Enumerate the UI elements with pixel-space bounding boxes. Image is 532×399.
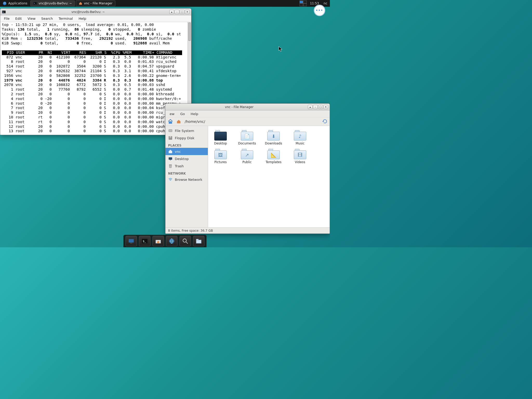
applications-menu[interactable]: Applications xyxy=(0,0,30,7)
svg-rect-10 xyxy=(170,136,171,138)
folder-downloads[interactable]: ⬇Downloads xyxy=(264,130,283,145)
path-entry[interactable]: /home/vnc/ xyxy=(184,119,321,124)
folder-label: Public xyxy=(242,160,252,164)
taskbar-filemanager-label: vnc - File Manager xyxy=(84,2,112,5)
fm-window-up-button[interactable]: ▴ xyxy=(308,105,312,109)
svg-rect-7 xyxy=(169,121,172,124)
window-maximize-button[interactable]: ▢ xyxy=(180,10,184,14)
fm-window-minimize-button[interactable]: – xyxy=(313,105,318,109)
folder-label: Templates xyxy=(265,160,281,164)
filemanager-title: vnc - File Manager xyxy=(171,105,307,109)
folder-icon xyxy=(214,130,227,141)
folder-videos[interactable]: 🎞Videos xyxy=(290,149,310,164)
dock: $_ xyxy=(123,235,207,247)
floppy-icon xyxy=(168,136,173,140)
fm-menu-help[interactable]: Help xyxy=(188,111,201,117)
terminal-titlebar[interactable]: $_ vnc@ruvds-8w0vu: ~ ▴ – ▢ ✕ xyxy=(0,9,191,15)
dock-terminal[interactable]: $_ xyxy=(139,236,150,246)
desktop-icon xyxy=(128,238,135,244)
folder-label: Videos xyxy=(295,160,305,164)
window-minimize-button[interactable]: – xyxy=(175,10,179,14)
svg-point-20 xyxy=(183,239,186,242)
svg-text:$_: $_ xyxy=(34,3,36,4)
nav-home-button[interactable] xyxy=(167,118,174,125)
filemanager-toolbar: /home/vnc/ xyxy=(165,117,330,126)
folder-icon: 🎞 xyxy=(294,149,306,159)
svg-rect-15 xyxy=(130,243,132,243)
svg-text:$_: $_ xyxy=(143,240,146,243)
filemanager-iconview[interactable]: Desktop📄Documents⬇Downloads♪Music🖼Pictur… xyxy=(208,126,330,227)
menu-terminal[interactable]: Terminal xyxy=(56,16,75,21)
dock-filemanager[interactable] xyxy=(152,236,164,246)
dock-show-desktop[interactable] xyxy=(125,236,137,246)
folder-icon: ♪ xyxy=(294,130,306,141)
reload-button[interactable] xyxy=(322,119,328,124)
workspace-pager[interactable] xyxy=(300,1,307,6)
dock-web[interactable] xyxy=(166,236,177,246)
home-icon xyxy=(176,119,181,124)
top-panel: Applications $_ vnc@ruvds-8w0vu: ~ vnc -… xyxy=(0,0,330,7)
folder-desktop[interactable]: Desktop xyxy=(211,130,230,145)
terminal-output[interactable]: top - 11:53:21 up 27 min, 0 users, load … xyxy=(0,22,191,135)
folder-icon: 📄 xyxy=(241,130,253,141)
fm-window-close-button[interactable]: ✕ xyxy=(323,105,328,109)
fm-menu-go[interactable]: Go xyxy=(178,111,188,117)
svg-rect-13 xyxy=(169,164,172,165)
filemanager-sidebar: File System Floppy Disk PLACES vnc Deskt… xyxy=(165,126,208,227)
svg-point-1 xyxy=(4,3,5,3)
terminal-icon: $_ xyxy=(2,10,6,14)
fm-window-maximize-button[interactable]: ▢ xyxy=(318,105,323,109)
svg-rect-12 xyxy=(170,160,171,161)
sidebar-desktop[interactable]: Desktop xyxy=(165,155,208,162)
folder-home-icon xyxy=(155,238,162,244)
mouse-cursor xyxy=(278,46,283,52)
sidebar-section-network: NETWORK xyxy=(165,170,208,176)
folder-icon: ↗ xyxy=(241,149,253,159)
sidebar-filesystem[interactable]: File System xyxy=(165,127,208,134)
sidebar-browse-network[interactable]: Browse Network xyxy=(165,176,208,183)
dock-search[interactable] xyxy=(179,236,191,246)
folder-templates[interactable]: 📐Templates xyxy=(264,149,283,164)
folder-music[interactable]: ♪Music xyxy=(290,130,310,145)
folder-icon: 🖼 xyxy=(214,149,227,159)
menu-help[interactable]: Help xyxy=(76,16,89,21)
folder-label: Documents xyxy=(238,142,256,145)
panel-user[interactable]: nc xyxy=(321,2,330,5)
globe-icon xyxy=(168,238,175,244)
fm-menu-view[interactable]: ew xyxy=(167,111,177,117)
window-up-button[interactable]: ▴ xyxy=(169,10,174,14)
folder-documents[interactable]: 📄Documents xyxy=(237,130,257,145)
home-icon xyxy=(168,119,173,124)
sidebar-trash[interactable]: Trash xyxy=(165,162,208,170)
path-home-icon[interactable] xyxy=(175,118,182,125)
folder-pictures[interactable]: 🖼Pictures xyxy=(211,149,230,164)
svg-rect-14 xyxy=(129,239,134,242)
svg-rect-11 xyxy=(169,157,172,160)
actions-badge[interactable]: ••• xyxy=(314,5,325,16)
menu-file[interactable]: File xyxy=(1,16,12,21)
menu-search[interactable]: Search xyxy=(39,16,56,21)
home-icon xyxy=(168,149,173,154)
sidebar-floppy[interactable]: Floppy Disk xyxy=(165,134,208,142)
folder-public[interactable]: ↗Public xyxy=(237,149,257,164)
taskbar-terminal[interactable]: $_ vnc@ruvds-8w0vu: ~ xyxy=(30,1,75,6)
sidebar-section-places: PLACES xyxy=(165,142,208,148)
terminal-menubar: File Edit View Search Terminal Help xyxy=(0,15,191,22)
folder-label: Music xyxy=(296,142,304,145)
sidebar-home[interactable]: vnc xyxy=(165,148,208,155)
filemanager-menubar: ew Go Help xyxy=(165,110,330,117)
reload-icon xyxy=(322,119,328,124)
taskbar-filemanager[interactable]: vnc - File Manager xyxy=(76,1,115,6)
filemanager-titlebar[interactable]: vnc - File Manager ▴ – ▢ ✕ xyxy=(165,104,330,110)
filemanager-window: vnc - File Manager ▴ – ▢ ✕ ew Go Help /h… xyxy=(165,103,330,234)
search-icon xyxy=(182,238,189,244)
window-close-button[interactable]: ✕ xyxy=(185,10,190,14)
wifi-icon xyxy=(168,177,173,182)
menu-edit[interactable]: Edit xyxy=(13,16,24,21)
folder-icon: ⬇ xyxy=(267,130,280,141)
menu-view[interactable]: View xyxy=(25,16,38,21)
desktop-icon xyxy=(168,156,173,161)
drive-icon xyxy=(168,128,173,133)
terminal-icon: $_ xyxy=(141,238,148,244)
dock-folder[interactable] xyxy=(193,236,204,246)
